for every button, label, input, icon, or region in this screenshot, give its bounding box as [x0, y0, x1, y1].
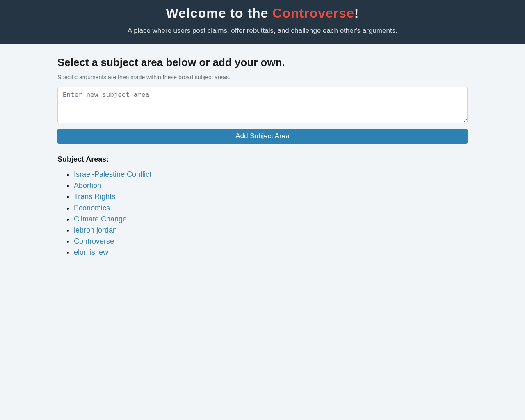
- list-item: Trans Rights: [74, 192, 468, 202]
- section-subheading: Specific arguments are then made within …: [57, 74, 468, 80]
- subject-list-heading: Subject Areas:: [57, 155, 468, 164]
- title-brand: Controverse: [272, 6, 354, 21]
- subject-areas-list: Israel-Palestine ConflictAbortionTrans R…: [57, 169, 468, 258]
- subject-link[interactable]: Economics: [74, 204, 110, 212]
- subject-link[interactable]: Controverse: [74, 237, 114, 245]
- main-container: Select a subject area below or add your …: [57, 44, 468, 258]
- subject-link[interactable]: Israel-Palestine Conflict: [74, 170, 151, 178]
- subject-link[interactable]: lebron jordan: [74, 226, 117, 234]
- list-item: Abortion: [74, 180, 468, 191]
- new-subject-input[interactable]: [57, 87, 468, 123]
- page-title: Welcome to the Controverse!: [0, 6, 525, 21]
- list-item: Israel-Palestine Conflict: [74, 169, 468, 180]
- subject-link[interactable]: elon is jew: [74, 248, 108, 256]
- page-header: Welcome to the Controverse! A place wher…: [0, 0, 525, 44]
- list-item: Controverse: [74, 236, 468, 247]
- list-item: elon is jew: [74, 247, 468, 258]
- subject-link[interactable]: Climate Change: [74, 215, 127, 223]
- title-suffix: !: [354, 6, 359, 21]
- add-subject-button[interactable]: Add Subject Area: [57, 129, 468, 144]
- list-item: Economics: [74, 203, 468, 213]
- section-heading: Select a subject area below or add your …: [57, 56, 468, 69]
- subject-link[interactable]: Abortion: [74, 181, 101, 189]
- page-subtitle: A place where users post claims, offer r…: [0, 27, 525, 35]
- title-prefix: Welcome to the: [166, 6, 273, 21]
- subject-link[interactable]: Trans Rights: [74, 192, 115, 201]
- list-item: Climate Change: [74, 214, 468, 224]
- list-item: lebron jordan: [74, 225, 468, 235]
